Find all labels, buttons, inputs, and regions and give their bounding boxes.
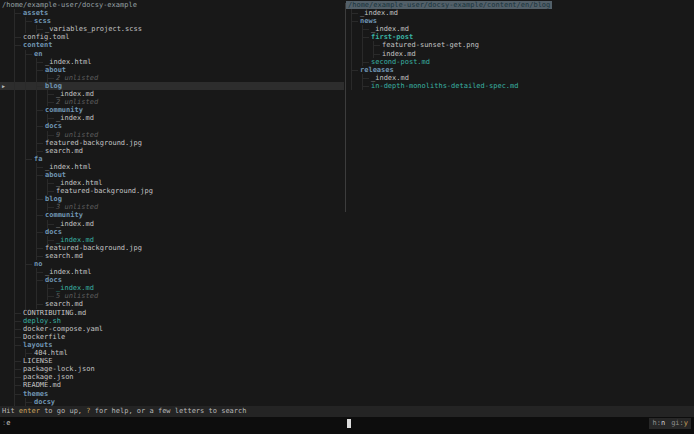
tree-row[interactable]: search.md: [0, 300, 344, 308]
tree-row[interactable]: 9 unlisted: [0, 131, 344, 139]
tree-guide: [47, 102, 54, 103]
tree-row[interactable]: _variables_project.scss: [0, 25, 344, 33]
tree-row[interactable]: featured-sunset-get.png: [346, 41, 694, 49]
tree-row[interactable]: _index.md: [346, 25, 694, 33]
tree-guide: [36, 179, 37, 187]
tree-guide: [14, 321, 21, 322]
tree-row[interactable]: blog: [0, 195, 344, 203]
tree-row[interactable]: content: [0, 41, 344, 49]
tree-row-label: 404.html: [34, 349, 68, 357]
tree-row[interactable]: _index.html: [0, 268, 344, 276]
tree-row[interactable]: 404.html: [0, 349, 344, 357]
tree-row[interactable]: community: [0, 106, 344, 114]
tree-guide: [14, 163, 15, 171]
tree-row[interactable]: package-lock.json: [0, 365, 344, 373]
tree-row[interactable]: second-post.md: [346, 58, 694, 66]
tree-row[interactable]: 2 unlisted: [0, 98, 344, 106]
tree-row[interactable]: README.md: [0, 381, 344, 389]
tree-row-label: _index.md: [371, 74, 409, 82]
tree-row[interactable]: featured-background.jpg: [0, 187, 344, 195]
tree-row[interactable]: fa: [0, 155, 344, 163]
tree-guide: [36, 236, 37, 244]
tree-row[interactable]: 5 unlisted: [0, 292, 344, 300]
tree-guide: [36, 126, 43, 127]
tree-row[interactable]: community: [0, 211, 344, 219]
tree-row-label: _variables_project.scss: [45, 25, 142, 33]
tree-row[interactable]: _index.md: [0, 220, 344, 228]
tree-guide: [351, 70, 358, 71]
tree-guide: [25, 54, 32, 55]
tree-row-label: blog: [45, 195, 62, 203]
tree-guide: [36, 143, 43, 144]
tree-guide: [351, 25, 352, 33]
tree-row[interactable]: docs: [0, 276, 344, 284]
tree-row[interactable]: package.json: [0, 373, 344, 381]
tree-row-label: _index.html: [45, 58, 91, 66]
tree-row[interactable]: LICENSE: [0, 357, 344, 365]
tree-guide: [14, 37, 21, 38]
tree-row-label: featured-sunset-get.png: [382, 41, 479, 49]
tree-row[interactable]: scss: [0, 17, 344, 25]
tree-guide: [362, 78, 369, 79]
tree-guide: [25, 58, 26, 66]
tree-row-label: second-post.md: [371, 58, 430, 66]
tree-row[interactable]: no: [0, 260, 344, 268]
tree-row[interactable]: news: [346, 17, 694, 25]
text-cursor-icon[interactable]: [347, 419, 351, 428]
tree-row[interactable]: CONTRIBUTING.md: [0, 309, 344, 317]
tree-row[interactable]: deploy.sh: [0, 317, 344, 325]
tree-row[interactable]: docs: [0, 228, 344, 236]
tree-row[interactable]: assets: [0, 9, 344, 17]
tree-row[interactable]: about: [0, 171, 344, 179]
tree-row-label: themes: [23, 390, 48, 398]
tree-guide: [36, 62, 43, 63]
tree-row[interactable]: Dockerfile: [0, 333, 344, 341]
tree-row[interactable]: _index.html: [0, 163, 344, 171]
input-line[interactable]: :e h:ngi:y: [0, 417, 694, 434]
tree-row[interactable]: releases: [346, 66, 694, 74]
tree-row[interactable]: layouts: [0, 341, 344, 349]
tree-row[interactable]: _index.md: [0, 236, 344, 244]
tree-guide: [36, 90, 37, 98]
tree-guide: [14, 187, 15, 195]
tree-guide: [25, 114, 26, 122]
tree-guide: [14, 74, 15, 82]
left-input-value[interactable]: :e: [2, 419, 10, 428]
tree-row[interactable]: _index.md: [346, 9, 694, 17]
tree-guide: [362, 41, 363, 49]
tree-guide: [14, 398, 15, 406]
tree-row[interactable]: ▶blog: [0, 82, 344, 90]
tree-row[interactable]: _index.md: [0, 114, 344, 122]
tree-row[interactable]: docsy: [0, 398, 344, 406]
tree-row[interactable]: en: [0, 50, 344, 58]
tree-row[interactable]: featured-background.jpg: [0, 139, 344, 147]
tree-guide: [14, 122, 15, 130]
tree-row[interactable]: _index.html: [0, 58, 344, 66]
tree-row[interactable]: first-post: [346, 33, 694, 41]
tree-row[interactable]: in-depth-monoliths-detailed-spec.md: [346, 82, 694, 90]
tree-guide: [14, 385, 21, 386]
tree-guide: [47, 296, 54, 297]
tree-row[interactable]: _index.md: [0, 90, 344, 98]
tree-row[interactable]: _index.md: [0, 284, 344, 292]
tree-guide: [47, 207, 54, 208]
tree-guide: [373, 45, 380, 46]
tree-row-label: docs: [45, 122, 62, 130]
tree-row[interactable]: config.toml: [0, 33, 344, 41]
status-text: to go up,: [40, 407, 86, 415]
tree-row[interactable]: _index.md: [346, 74, 694, 82]
tree-row[interactable]: 3 unlisted: [0, 203, 344, 211]
tree-guide: [362, 86, 369, 87]
tree-row[interactable]: 2 unlisted: [0, 74, 344, 82]
tree-row[interactable]: _index.html: [0, 179, 344, 187]
tree-row[interactable]: about: [0, 66, 344, 74]
tree-row[interactable]: search.md: [0, 147, 344, 155]
tree-row[interactable]: docker-compose.yaml: [0, 325, 344, 333]
tree-row[interactable]: search.md: [0, 252, 344, 260]
tree-guide: [25, 402, 32, 403]
tree-row[interactable]: index.md: [346, 50, 694, 58]
tree-row-label: Dockerfile: [23, 333, 65, 341]
tree-row[interactable]: featured-background.jpg: [0, 244, 344, 252]
tree-row[interactable]: docs: [0, 122, 344, 130]
tree-row[interactable]: themes: [0, 390, 344, 398]
